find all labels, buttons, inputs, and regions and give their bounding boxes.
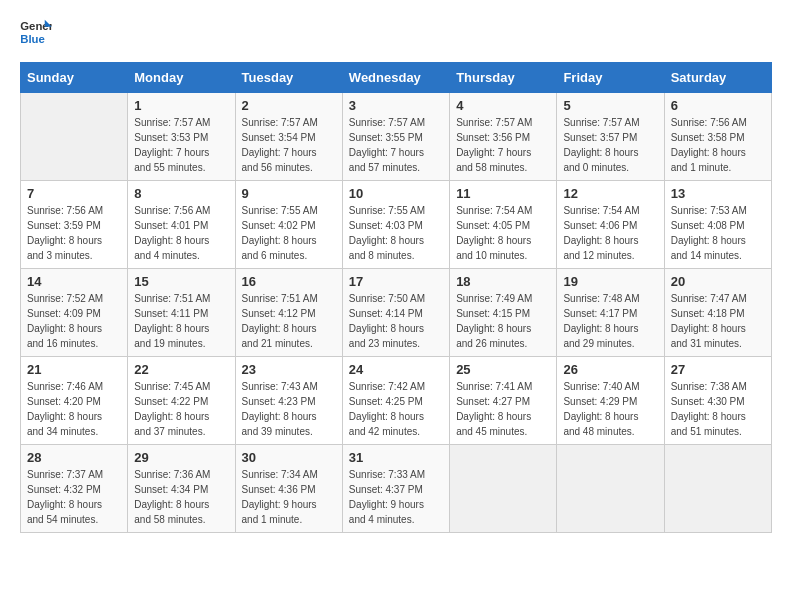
day-cell: 29Sunrise: 7:36 AM Sunset: 4:34 PM Dayli… bbox=[128, 445, 235, 533]
logo: General Blue bbox=[20, 20, 52, 46]
day-detail: Sunrise: 7:51 AM Sunset: 4:11 PM Dayligh… bbox=[134, 291, 228, 351]
day-cell: 21Sunrise: 7:46 AM Sunset: 4:20 PM Dayli… bbox=[21, 357, 128, 445]
day-detail: Sunrise: 7:55 AM Sunset: 4:02 PM Dayligh… bbox=[242, 203, 336, 263]
header-cell-thursday: Thursday bbox=[450, 63, 557, 93]
day-cell: 31Sunrise: 7:33 AM Sunset: 4:37 PM Dayli… bbox=[342, 445, 449, 533]
day-detail: Sunrise: 7:57 AM Sunset: 3:54 PM Dayligh… bbox=[242, 115, 336, 175]
day-number: 13 bbox=[671, 186, 765, 201]
day-cell bbox=[664, 445, 771, 533]
day-number: 3 bbox=[349, 98, 443, 113]
header-cell-friday: Friday bbox=[557, 63, 664, 93]
day-cell bbox=[450, 445, 557, 533]
day-cell: 14Sunrise: 7:52 AM Sunset: 4:09 PM Dayli… bbox=[21, 269, 128, 357]
day-detail: Sunrise: 7:56 AM Sunset: 3:58 PM Dayligh… bbox=[671, 115, 765, 175]
day-cell: 25Sunrise: 7:41 AM Sunset: 4:27 PM Dayli… bbox=[450, 357, 557, 445]
day-detail: Sunrise: 7:55 AM Sunset: 4:03 PM Dayligh… bbox=[349, 203, 443, 263]
day-detail: Sunrise: 7:41 AM Sunset: 4:27 PM Dayligh… bbox=[456, 379, 550, 439]
day-detail: Sunrise: 7:42 AM Sunset: 4:25 PM Dayligh… bbox=[349, 379, 443, 439]
day-detail: Sunrise: 7:51 AM Sunset: 4:12 PM Dayligh… bbox=[242, 291, 336, 351]
day-number: 25 bbox=[456, 362, 550, 377]
header-row: SundayMondayTuesdayWednesdayThursdayFrid… bbox=[21, 63, 772, 93]
day-number: 14 bbox=[27, 274, 121, 289]
week-row-4: 21Sunrise: 7:46 AM Sunset: 4:20 PM Dayli… bbox=[21, 357, 772, 445]
header-cell-tuesday: Tuesday bbox=[235, 63, 342, 93]
day-cell bbox=[557, 445, 664, 533]
day-cell: 5Sunrise: 7:57 AM Sunset: 3:57 PM Daylig… bbox=[557, 93, 664, 181]
logo-icon: General Blue bbox=[20, 18, 52, 46]
day-cell: 1Sunrise: 7:57 AM Sunset: 3:53 PM Daylig… bbox=[128, 93, 235, 181]
day-number: 27 bbox=[671, 362, 765, 377]
day-number: 2 bbox=[242, 98, 336, 113]
day-detail: Sunrise: 7:49 AM Sunset: 4:15 PM Dayligh… bbox=[456, 291, 550, 351]
day-detail: Sunrise: 7:36 AM Sunset: 4:34 PM Dayligh… bbox=[134, 467, 228, 527]
day-detail: Sunrise: 7:57 AM Sunset: 3:53 PM Dayligh… bbox=[134, 115, 228, 175]
day-number: 4 bbox=[456, 98, 550, 113]
day-detail: Sunrise: 7:50 AM Sunset: 4:14 PM Dayligh… bbox=[349, 291, 443, 351]
day-detail: Sunrise: 7:48 AM Sunset: 4:17 PM Dayligh… bbox=[563, 291, 657, 351]
day-number: 21 bbox=[27, 362, 121, 377]
day-number: 16 bbox=[242, 274, 336, 289]
day-detail: Sunrise: 7:57 AM Sunset: 3:56 PM Dayligh… bbox=[456, 115, 550, 175]
day-cell: 10Sunrise: 7:55 AM Sunset: 4:03 PM Dayli… bbox=[342, 181, 449, 269]
day-detail: Sunrise: 7:47 AM Sunset: 4:18 PM Dayligh… bbox=[671, 291, 765, 351]
day-detail: Sunrise: 7:40 AM Sunset: 4:29 PM Dayligh… bbox=[563, 379, 657, 439]
day-number: 26 bbox=[563, 362, 657, 377]
day-number: 9 bbox=[242, 186, 336, 201]
day-detail: Sunrise: 7:38 AM Sunset: 4:30 PM Dayligh… bbox=[671, 379, 765, 439]
week-row-1: 1Sunrise: 7:57 AM Sunset: 3:53 PM Daylig… bbox=[21, 93, 772, 181]
day-number: 8 bbox=[134, 186, 228, 201]
header-cell-wednesday: Wednesday bbox=[342, 63, 449, 93]
day-number: 18 bbox=[456, 274, 550, 289]
day-cell: 19Sunrise: 7:48 AM Sunset: 4:17 PM Dayli… bbox=[557, 269, 664, 357]
day-cell bbox=[21, 93, 128, 181]
day-number: 17 bbox=[349, 274, 443, 289]
day-number: 20 bbox=[671, 274, 765, 289]
day-detail: Sunrise: 7:57 AM Sunset: 3:55 PM Dayligh… bbox=[349, 115, 443, 175]
day-cell: 11Sunrise: 7:54 AM Sunset: 4:05 PM Dayli… bbox=[450, 181, 557, 269]
day-cell: 28Sunrise: 7:37 AM Sunset: 4:32 PM Dayli… bbox=[21, 445, 128, 533]
svg-text:Blue: Blue bbox=[20, 33, 45, 45]
day-number: 1 bbox=[134, 98, 228, 113]
day-cell: 18Sunrise: 7:49 AM Sunset: 4:15 PM Dayli… bbox=[450, 269, 557, 357]
day-cell: 4Sunrise: 7:57 AM Sunset: 3:56 PM Daylig… bbox=[450, 93, 557, 181]
day-cell: 9Sunrise: 7:55 AM Sunset: 4:02 PM Daylig… bbox=[235, 181, 342, 269]
day-detail: Sunrise: 7:46 AM Sunset: 4:20 PM Dayligh… bbox=[27, 379, 121, 439]
day-number: 10 bbox=[349, 186, 443, 201]
day-cell: 3Sunrise: 7:57 AM Sunset: 3:55 PM Daylig… bbox=[342, 93, 449, 181]
day-detail: Sunrise: 7:37 AM Sunset: 4:32 PM Dayligh… bbox=[27, 467, 121, 527]
day-number: 28 bbox=[27, 450, 121, 465]
day-detail: Sunrise: 7:34 AM Sunset: 4:36 PM Dayligh… bbox=[242, 467, 336, 527]
day-cell: 30Sunrise: 7:34 AM Sunset: 4:36 PM Dayli… bbox=[235, 445, 342, 533]
day-number: 12 bbox=[563, 186, 657, 201]
day-number: 31 bbox=[349, 450, 443, 465]
calendar-table: SundayMondayTuesdayWednesdayThursdayFrid… bbox=[20, 62, 772, 533]
page-header: General Blue bbox=[20, 20, 772, 46]
day-number: 15 bbox=[134, 274, 228, 289]
week-row-2: 7Sunrise: 7:56 AM Sunset: 3:59 PM Daylig… bbox=[21, 181, 772, 269]
day-cell: 2Sunrise: 7:57 AM Sunset: 3:54 PM Daylig… bbox=[235, 93, 342, 181]
day-detail: Sunrise: 7:57 AM Sunset: 3:57 PM Dayligh… bbox=[563, 115, 657, 175]
day-number: 11 bbox=[456, 186, 550, 201]
day-cell: 8Sunrise: 7:56 AM Sunset: 4:01 PM Daylig… bbox=[128, 181, 235, 269]
day-cell: 15Sunrise: 7:51 AM Sunset: 4:11 PM Dayli… bbox=[128, 269, 235, 357]
day-number: 29 bbox=[134, 450, 228, 465]
day-cell: 17Sunrise: 7:50 AM Sunset: 4:14 PM Dayli… bbox=[342, 269, 449, 357]
day-detail: Sunrise: 7:56 AM Sunset: 4:01 PM Dayligh… bbox=[134, 203, 228, 263]
day-cell: 22Sunrise: 7:45 AM Sunset: 4:22 PM Dayli… bbox=[128, 357, 235, 445]
day-detail: Sunrise: 7:45 AM Sunset: 4:22 PM Dayligh… bbox=[134, 379, 228, 439]
day-cell: 20Sunrise: 7:47 AM Sunset: 4:18 PM Dayli… bbox=[664, 269, 771, 357]
header-cell-saturday: Saturday bbox=[664, 63, 771, 93]
day-number: 23 bbox=[242, 362, 336, 377]
day-number: 24 bbox=[349, 362, 443, 377]
week-row-3: 14Sunrise: 7:52 AM Sunset: 4:09 PM Dayli… bbox=[21, 269, 772, 357]
day-detail: Sunrise: 7:54 AM Sunset: 4:06 PM Dayligh… bbox=[563, 203, 657, 263]
day-cell: 6Sunrise: 7:56 AM Sunset: 3:58 PM Daylig… bbox=[664, 93, 771, 181]
header-cell-sunday: Sunday bbox=[21, 63, 128, 93]
day-number: 7 bbox=[27, 186, 121, 201]
day-number: 19 bbox=[563, 274, 657, 289]
day-cell: 7Sunrise: 7:56 AM Sunset: 3:59 PM Daylig… bbox=[21, 181, 128, 269]
day-detail: Sunrise: 7:43 AM Sunset: 4:23 PM Dayligh… bbox=[242, 379, 336, 439]
week-row-5: 28Sunrise: 7:37 AM Sunset: 4:32 PM Dayli… bbox=[21, 445, 772, 533]
day-detail: Sunrise: 7:54 AM Sunset: 4:05 PM Dayligh… bbox=[456, 203, 550, 263]
day-number: 30 bbox=[242, 450, 336, 465]
